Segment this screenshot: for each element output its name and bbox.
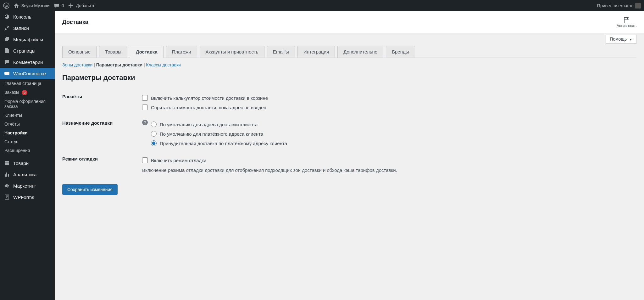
menu-label: Записи xyxy=(13,25,29,31)
dashboard-icon xyxy=(4,14,10,20)
dest-radio-3[interactable] xyxy=(151,140,157,146)
comment-icon xyxy=(53,3,60,9)
save-button[interactable]: Сохранить изменения xyxy=(62,184,118,195)
site-link[interactable]: Звуки Музыки xyxy=(13,3,50,9)
comments-link[interactable]: 0 xyxy=(53,3,64,9)
wp-logo[interactable] xyxy=(3,3,9,9)
tab-accounts[interactable]: Аккаунты и приватность xyxy=(200,46,264,58)
woocommerce-submenu: Главная страница Заказы 5 Форма оформлен… xyxy=(0,79,55,157)
tab-shipping[interactable]: Доставка xyxy=(130,46,164,58)
page-header: Доставка Активность xyxy=(55,11,644,33)
wordpress-icon xyxy=(3,3,9,9)
tab-integration[interactable]: Интеграция xyxy=(297,46,335,58)
menu-comments[interactable]: Комментарии xyxy=(0,56,55,68)
submenu-orders-label: Заказы xyxy=(4,90,19,95)
calculations-label: Расчёты xyxy=(62,93,142,99)
admin-bar: Звуки Музыки 0 Добавить Привет, username xyxy=(0,0,644,11)
shipping-subnav: Зоны доставки | Параметры доставки | Кла… xyxy=(62,58,636,72)
submenu-extensions[interactable]: Расширения xyxy=(0,146,55,155)
dest-radio-1[interactable] xyxy=(151,122,157,127)
settings-form: Расчёты Включить калькулятор стоимости д… xyxy=(62,89,636,177)
bar-chart-icon xyxy=(4,171,10,178)
dest-label-3: Принудительная доставка по платёжному ад… xyxy=(160,141,287,146)
submenu-orders[interactable]: Заказы 5 xyxy=(0,88,55,97)
menu-label: WooCommerce xyxy=(13,71,46,76)
section-title: Параметры доставки xyxy=(62,74,636,82)
page-title: Доставка xyxy=(62,19,88,25)
debug-label: Режим отладки xyxy=(62,156,142,161)
calc-option-hide-cost[interactable]: Спрятать стоимость доставки, пока адрес … xyxy=(142,103,636,112)
add-new-link[interactable]: Добавить xyxy=(68,3,95,9)
page-icon xyxy=(4,48,10,54)
sidebar: Консоль Записи Медиафайлы Страницы Комме… xyxy=(0,11,55,300)
settings-tabs: Основные Товары Доставка Платежи Аккаунт… xyxy=(62,46,636,58)
calc-checkbox-2[interactable] xyxy=(142,105,148,110)
submenu-status[interactable]: Статус xyxy=(0,137,55,146)
menu-analytics[interactable]: Аналитика xyxy=(0,169,55,180)
menu-label: Медиафайлы xyxy=(13,37,43,42)
dest-option-billing[interactable]: По умолчанию для платёжного адреса клиен… xyxy=(151,129,636,139)
menu-label: Аналитика xyxy=(13,172,36,177)
content-area: Доставка Активность Помощь ▼ Основные То… xyxy=(55,11,644,300)
archive-icon xyxy=(4,160,10,166)
dest-radio-2[interactable] xyxy=(151,131,157,137)
activity-label: Активность xyxy=(617,24,636,28)
tab-emails[interactable]: Email'ы xyxy=(267,46,295,58)
submenu-home[interactable]: Главная страница xyxy=(0,79,55,88)
menu-wpforms[interactable]: WPForms xyxy=(0,191,55,203)
menu-products[interactable]: Товары xyxy=(0,157,55,169)
help-toggle[interactable]: Помощь ▼ xyxy=(606,35,636,44)
menu-dashboard[interactable]: Консоль xyxy=(0,11,55,22)
svg-rect-1 xyxy=(4,72,9,75)
submenu-customers[interactable]: Клиенты xyxy=(0,111,55,120)
tab-advanced[interactable]: Дополнительно xyxy=(337,46,383,58)
tab-payments[interactable]: Платежи xyxy=(166,46,197,58)
home-icon xyxy=(13,3,19,9)
tab-general[interactable]: Основные xyxy=(62,46,97,58)
help-tooltip-icon[interactable]: ? xyxy=(142,120,148,125)
separator: | xyxy=(94,62,96,67)
dest-option-shipping[interactable]: По умолчанию для адреса доставки клиента xyxy=(151,120,636,129)
chevron-down-icon: ▼ xyxy=(629,38,632,41)
menu-label: Товары xyxy=(13,161,30,166)
calc-checkbox-1[interactable] xyxy=(142,95,148,101)
submenu-checkout-form[interactable]: Форма оформления заказа xyxy=(0,97,55,111)
comment-icon xyxy=(4,59,10,65)
pin-icon xyxy=(4,25,10,31)
add-label: Добавить xyxy=(76,3,95,8)
debug-checkbox[interactable] xyxy=(142,157,148,163)
debug-description: Включение режима отладки доставки для от… xyxy=(142,165,636,173)
dest-option-force-billing[interactable]: Принудительная доставка по платёжному ад… xyxy=(151,139,636,148)
debug-opt-label: Включить режим отладки xyxy=(151,158,206,163)
debug-option[interactable]: Включить режим отладки xyxy=(142,156,636,165)
activity-button[interactable]: Активность xyxy=(617,16,636,28)
subnav-params: Параметры доставки xyxy=(96,62,142,67)
menu-marketing[interactable]: Маркетинг xyxy=(0,180,55,191)
megaphone-icon xyxy=(4,183,10,189)
comments-count: 0 xyxy=(62,3,64,8)
site-name: Звуки Музыки xyxy=(21,3,50,8)
dest-label-1: По умолчанию для адреса доставки клиента xyxy=(160,122,258,127)
subnav-classes[interactable]: Классы доставки xyxy=(146,62,180,67)
subnav-zones[interactable]: Зоны доставки xyxy=(62,62,92,67)
plus-icon xyxy=(68,3,74,9)
menu-posts[interactable]: Записи xyxy=(0,22,55,34)
destination-label: Назначение доставки xyxy=(62,120,113,126)
user-avatar-icon xyxy=(635,3,641,8)
orders-count-badge: 5 xyxy=(22,90,28,95)
tab-products[interactable]: Товары xyxy=(99,46,127,58)
user-greeting[interactable]: Привет, username xyxy=(597,3,641,8)
menu-label: Консоль xyxy=(13,14,31,20)
submenu-settings[interactable]: Настройки xyxy=(0,128,55,137)
woocommerce-icon xyxy=(4,70,10,76)
menu-label: WPForms xyxy=(13,195,34,200)
submenu-reports[interactable]: Отчёты xyxy=(0,120,55,128)
calc-option-enable-calculator[interactable]: Включить калькулятор стоимости доставки … xyxy=(142,93,636,103)
menu-pages[interactable]: Страницы xyxy=(0,45,55,56)
form-icon xyxy=(4,194,10,200)
menu-label: Комментарии xyxy=(13,59,43,65)
menu-woocommerce[interactable]: WooCommerce xyxy=(0,68,55,79)
tab-brands[interactable]: Бренды xyxy=(386,46,415,58)
menu-media[interactable]: Медиафайлы xyxy=(0,34,55,45)
menu-label: Маркетинг xyxy=(13,183,36,189)
